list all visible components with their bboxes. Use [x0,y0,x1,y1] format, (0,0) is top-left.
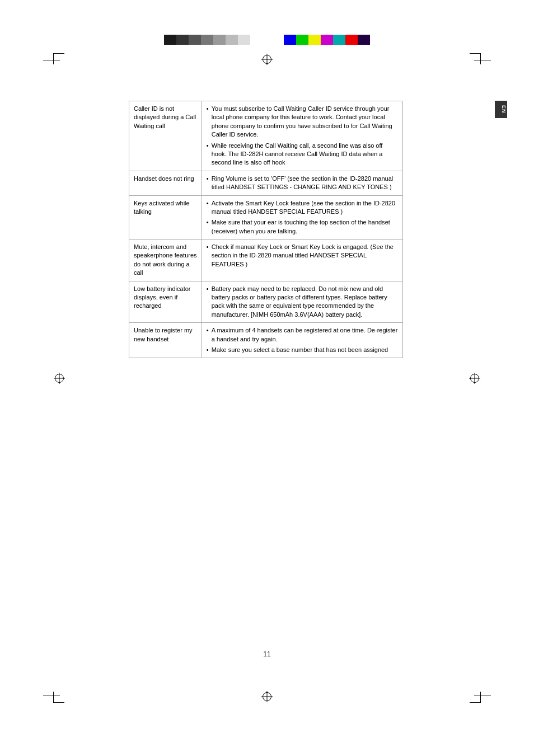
problem-cell: Handset does not ring [129,171,202,195]
problem-cell: Mute, intercom and speakerphone features… [129,240,202,281]
table-row: Mute, intercom and speakerphone features… [129,240,403,281]
problem-text: Unable to register my new handset [134,327,193,342]
solution-text: Ring Volume is set to 'OFF' (see the sec… [212,175,398,192]
crop-mark-bottom-right [470,692,481,703]
solution-text: Activate the Smart Key Lock feature (see… [212,199,398,217]
solution-text: Make sure that your ear is touching the … [212,218,398,236]
bullet-symbol: • [207,285,209,293]
color-bars [0,35,534,45]
h-line-top-left [43,60,60,60]
problem-cell: Caller ID is not displayed during a Call… [129,101,202,171]
bullet-symbol: • [207,175,209,183]
problem-text: Mute, intercom and speakerphone features… [134,243,197,276]
troubleshoot-table: Caller ID is not displayed during a Call… [129,101,403,358]
bullet-symbol: • [207,105,209,113]
bullet-symbol: • [207,346,209,354]
crop-mark-top-right [470,53,481,64]
table-row: Caller ID is not displayed during a Call… [129,101,403,171]
solution-text: A maximum of 4 handsets can be registere… [212,326,398,344]
bullet-item: • A maximum of 4 handsets can be registe… [207,326,398,344]
problem-text: Caller ID is not displayed during a Call… [134,105,196,129]
bullet-item: • Ring Volume is set to 'OFF' (see the s… [207,175,398,192]
problem-text: Handset does not ring [134,175,194,182]
solution-cell: • Ring Volume is set to 'OFF' (see the s… [202,171,402,195]
bullet-item: • While receiving the Call Waiting call,… [207,142,398,167]
main-content: Caller ID is not displayed during a Call… [129,101,506,644]
reg-mark-top-center [261,54,273,65]
table-row: Keys activated while talking • Activate … [129,195,403,240]
right-color-bar [284,35,370,45]
table-row: Low battery indicator displays, even if … [129,281,403,323]
h-line-bottom-left [43,696,60,696]
problem-cell: Low battery indicator displays, even if … [129,281,202,323]
solution-text: While receiving the Call Waiting call, a… [212,142,398,167]
bullet-symbol: • [207,199,209,208]
bullet-item: • Make sure you select a base number tha… [207,346,398,354]
bullet-symbol: • [207,218,209,227]
crop-mark-bottom-left [53,692,64,703]
bullet-item: • You must subscribe to Call Waiting Cal… [207,105,398,139]
solution-cell: • Activate the Smart Key Lock feature (s… [202,195,402,240]
table-row: Handset does not ring • Ring Volume is s… [129,171,403,195]
bullet-symbol: • [207,142,209,150]
solution-text: Make sure you select a base number that … [212,346,388,354]
reg-mark-center-left [54,373,65,384]
solution-cell: • A maximum of 4 handsets can be registe… [202,323,402,358]
problem-text: Keys activated while talking [134,200,190,215]
solution-cell: • You must subscribe to Call Waiting Cal… [202,101,402,171]
left-color-bar [164,35,250,45]
problem-text: Low battery indicator displays, even if … [134,285,191,309]
bullet-symbol: • [207,243,209,251]
crop-mark-top-left [53,53,64,64]
bullet-item: • Check if manual Key Lock or Smart Key … [207,243,398,269]
solution-text: You must subscribe to Call Waiting Calle… [212,105,398,139]
page-number: 11 [263,650,270,658]
bullet-item: • Activate the Smart Key Lock feature (s… [207,199,398,217]
h-line-bottom-right [474,696,491,696]
bullet-item: • Battery pack may need to be replaced. … [207,285,398,320]
solution-text: Check if manual Key Lock or Smart Key Lo… [212,243,398,269]
h-line-top-right [474,60,491,60]
solution-cell: • Battery pack may need to be replaced. … [202,281,402,323]
reg-mark-bottom-center [261,691,273,702]
solution-text: Battery pack may need to be replaced. Do… [212,285,398,320]
bullet-item: • Make sure that your ear is touching th… [207,218,398,236]
problem-cell: Keys activated while talking [129,195,202,240]
table-row: Unable to register my new handset • A ma… [129,323,403,358]
problem-cell: Unable to register my new handset [129,323,202,358]
solution-cell: • Check if manual Key Lock or Smart Key … [202,240,402,281]
bullet-symbol: • [207,326,209,335]
